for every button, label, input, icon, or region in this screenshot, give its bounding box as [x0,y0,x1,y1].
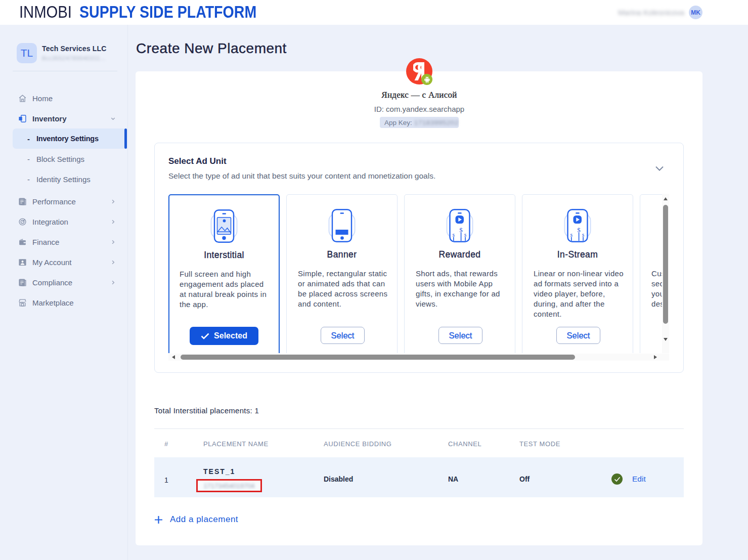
svg-text:$: $ [453,233,455,238]
svg-text:$: $ [577,226,581,234]
svg-text:$: $ [459,226,463,234]
svg-text:$: $ [582,233,585,238]
svg-text:$: $ [570,233,573,238]
svg-text:$: $ [464,233,467,238]
